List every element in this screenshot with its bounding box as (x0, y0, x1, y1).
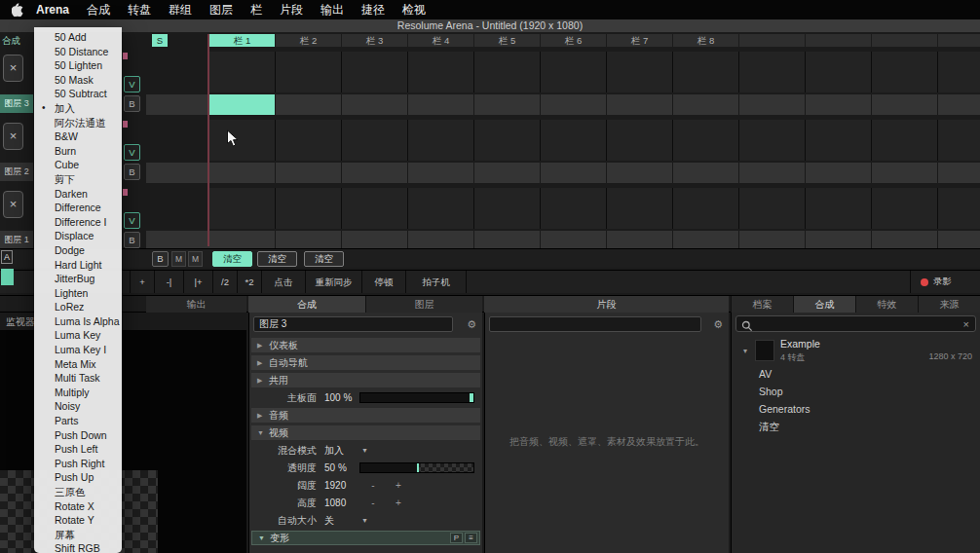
crossfader-b-button[interactable]: B (152, 251, 169, 267)
menu-item[interactable]: 剪下 (34, 172, 122, 187)
browser-list-item[interactable]: Shop (732, 383, 980, 400)
menu-item[interactable]: Push Left (34, 442, 122, 457)
menu-item[interactable]: 50 Mask (34, 73, 122, 88)
menu-item[interactable]: Multiply (34, 386, 122, 400)
browser-list-item[interactable]: Generators (732, 400, 980, 418)
master-slider[interactable] (359, 392, 474, 403)
menubar-item[interactable]: 栏 (242, 0, 271, 19)
menu-item[interactable]: JitterBug (34, 272, 122, 286)
layer-name[interactable]: 图层 2 (0, 163, 33, 181)
layer-name[interactable]: 图层 3 (0, 94, 33, 113)
monitor-label[interactable]: 监视器 (6, 315, 35, 329)
menu-item[interactable]: Dodge (34, 243, 122, 258)
tab-layer[interactable]: 图层 (365, 296, 482, 313)
menu-item[interactable]: 50 Lighten (34, 58, 122, 73)
menu-item[interactable]: Luma Key I (34, 343, 122, 357)
menu-item[interactable]: Rotate Y (34, 513, 122, 528)
chevron-down-icon[interactable]: ▼ (361, 517, 368, 524)
layer-bypass-toggle[interactable]: B (124, 95, 140, 112)
browser-tab[interactable]: 档案 (731, 296, 793, 313)
browser-list-item[interactable]: AV (732, 365, 980, 383)
column-header[interactable]: 栏 1 (209, 34, 275, 47)
increment-button[interactable]: + (393, 480, 404, 491)
menu-item[interactable]: Luma Key (34, 328, 122, 343)
menubar-item[interactable]: 转盘 (119, 0, 160, 19)
menu-item[interactable]: Parts (34, 414, 122, 428)
column-header[interactable]: 栏 4 (408, 34, 473, 47)
solo-button[interactable]: S (152, 34, 168, 47)
section-dashboard[interactable]: ▶仪表板 (251, 338, 480, 352)
menubar-item[interactable]: 群组 (160, 0, 201, 19)
clear-button[interactable]: 清空 (304, 251, 344, 267)
menu-item[interactable]: 三原色 (34, 485, 122, 499)
layer-video-toggle[interactable]: V (124, 76, 140, 92)
blend-mode-value[interactable]: 加入 (324, 444, 354, 458)
menu-item[interactable]: Push Right (34, 457, 122, 471)
crossfader-a-button[interactable]: A (1, 250, 13, 264)
window-titlebar[interactable]: Resolume Arena - Untitled (1920 x 1080) (0, 19, 980, 32)
clip-cells[interactable] (209, 52, 980, 92)
layer-bypass-toggle[interactable]: B (124, 164, 140, 180)
menubar-item[interactable]: 检视 (394, 0, 434, 19)
clear-button[interactable]: 清空 (212, 251, 252, 267)
autosize-value[interactable]: 关 (324, 514, 354, 528)
section-audio[interactable]: ▶音频 (251, 408, 480, 423)
menu-item[interactable]: 屏幕 (34, 528, 122, 542)
bpm-button[interactable]: -| (155, 271, 184, 293)
tab-output[interactable]: 输出 (146, 296, 246, 313)
bpm-button[interactable]: 拍子机 (406, 271, 467, 293)
menubar-item[interactable]: Arena (27, 0, 78, 19)
monitor-mode-button[interactable]: M (188, 251, 203, 267)
clear-button[interactable]: 清空 (257, 251, 297, 267)
bpm-button[interactable]: *2 (238, 271, 262, 293)
layer-name-field[interactable]: 图层 3 (253, 316, 453, 332)
browser-tab[interactable]: 来源 (918, 296, 980, 313)
clear-layer-button[interactable]: × (3, 123, 23, 150)
menubar-item[interactable]: 片段 (271, 0, 312, 19)
section-common[interactable]: ▶共用 (251, 373, 480, 387)
menu-item[interactable]: 50 Subtract (34, 87, 122, 101)
clear-layer-button[interactable]: × (3, 191, 23, 218)
layer-name[interactable]: 图层 1 (0, 231, 33, 249)
browser-list-item[interactable]: ▾Example4 转盘1280 x 720 (732, 336, 980, 365)
section-autopilot[interactable]: ▶自动导航 (251, 355, 480, 370)
column-header[interactable]: 栏 2 (276, 34, 341, 47)
menu-item[interactable]: Cube (34, 158, 122, 172)
bpm-button[interactable]: 重新同步 (306, 271, 362, 293)
chevron-down-icon[interactable]: ▼ (361, 447, 368, 454)
bpm-button[interactable]: /2 (213, 271, 238, 293)
color-swatch[interactable] (1, 269, 14, 285)
menu-item[interactable]: Burn (34, 144, 122, 159)
menu-item[interactable]: Push Up (34, 470, 122, 485)
clip-name-strip[interactable] (209, 163, 980, 183)
preset-button[interactable]: P (450, 533, 463, 543)
menu-item[interactable]: Difference (34, 201, 122, 215)
menubar-item[interactable]: 合成 (78, 0, 119, 19)
slider-handle[interactable] (470, 393, 473, 402)
menu-item[interactable]: •加入 (34, 101, 122, 116)
menu-item[interactable]: Displace (34, 229, 122, 243)
menu-item[interactable]: B&W (34, 129, 122, 144)
menubar-item[interactable]: 图层 (201, 0, 242, 19)
menu-item[interactable]: 50 Distance (34, 45, 122, 59)
menu-item[interactable]: 阿尔法通道 (34, 116, 122, 130)
param-value[interactable]: 50 % (324, 462, 354, 473)
bpm-button[interactable]: |+ (184, 271, 213, 293)
column-header[interactable]: 栏 6 (541, 34, 606, 47)
menubar-item[interactable]: 输出 (312, 0, 353, 19)
menu-item[interactable]: Difference I (34, 215, 122, 230)
column-header[interactable]: 栏 7 (607, 34, 672, 47)
search-input[interactable]: × (735, 315, 976, 332)
clear-layer-button[interactable]: × (3, 55, 23, 82)
section-transform[interactable]: ▼ 变形 P ≡ (251, 531, 480, 545)
gear-icon[interactable]: ⚙ (467, 317, 476, 331)
column-header[interactable]: 栏 3 (342, 34, 407, 47)
clip-name-field[interactable] (489, 316, 701, 332)
width-value[interactable]: 1920 (324, 480, 354, 491)
menu-item[interactable]: Luma Is Alpha (34, 314, 122, 329)
layer-video-toggle[interactable]: V (124, 144, 140, 161)
section-video[interactable]: ▼视频 (251, 425, 480, 440)
menu-item[interactable]: 50 Add (34, 30, 122, 45)
menu-item[interactable]: Noisy (34, 399, 122, 414)
chevron-down-icon[interactable]: ▾ (743, 347, 747, 355)
